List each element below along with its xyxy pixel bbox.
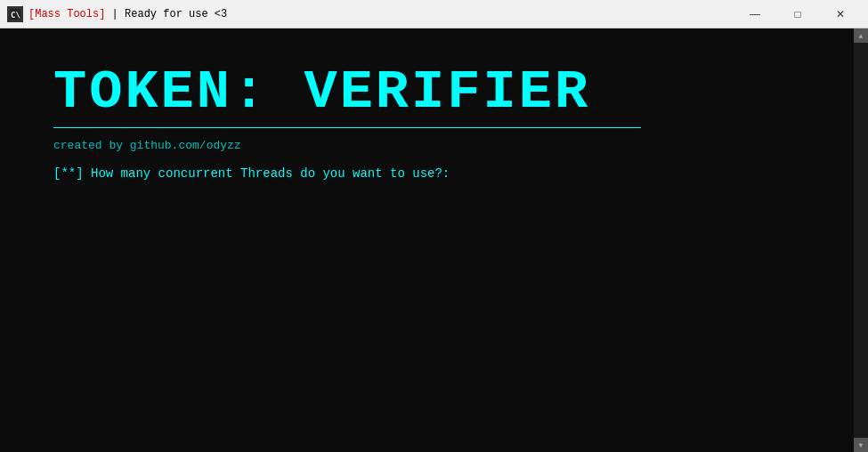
title-bar: C\ [Mass Tools] | Ready for use <3 — □ ✕ [0, 0, 868, 28]
scroll-up-button[interactable]: ▲ [854, 28, 868, 43]
status-text: Ready for use <3 [125, 8, 227, 20]
close-button[interactable]: ✕ [820, 2, 861, 27]
created-by-text: created by github.com/odyzz [53, 139, 815, 152]
window-controls: — □ ✕ [734, 2, 861, 27]
title-separator: | [105, 8, 125, 20]
title-text: TOKEN: VERIFIER [53, 61, 590, 117]
thread-prompt: [**] How many concurrent Threads do you … [53, 166, 815, 181]
title-bar-text: [Mass Tools] | Ready for use <3 [28, 8, 734, 20]
svg-text:C\: C\ [11, 11, 20, 20]
minimize-button[interactable]: — [734, 2, 775, 27]
app-icon: C\ [7, 6, 23, 22]
scroll-down-button[interactable]: ▼ [854, 438, 868, 452]
scrollbar[interactable]: ▲ ▼ [854, 28, 868, 452]
title-divider [53, 127, 641, 128]
scroll-track[interactable] [854, 43, 868, 438]
maximize-button[interactable]: □ [777, 2, 818, 27]
app-name: [Mass Tools] [28, 8, 105, 20]
main-title-graphic: .pt { font-family: 'Courier New', monosp… [53, 46, 815, 122]
terminal-window: .pt { font-family: 'Courier New', monosp… [0, 28, 868, 452]
